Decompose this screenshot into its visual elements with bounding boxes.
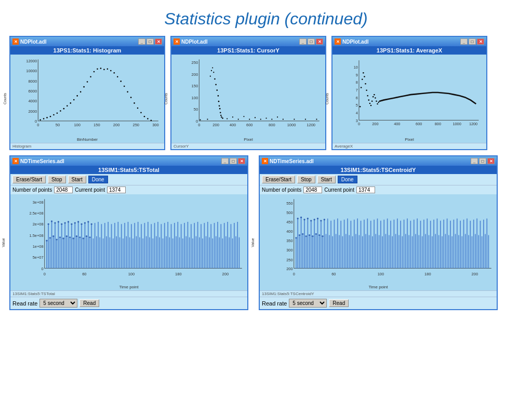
svg-point-25 (70, 102, 71, 104)
win-appname-4: NDTimeSeries.adl (20, 158, 64, 164)
close-btn-2[interactable]: ✕ (316, 38, 323, 45)
stop-btn-5[interactable]: Stop (297, 176, 315, 183)
svg-point-423 (295, 237, 297, 238)
svg-point-34 (100, 68, 102, 69)
svg-text:8000: 8000 (28, 79, 37, 84)
svg-point-92 (243, 116, 244, 117)
tscentroidy-svg: 200 250 300 350 400 450 500 550 0 60 100… (278, 196, 495, 282)
svg-point-116 (363, 72, 364, 74)
svg-point-32 (94, 71, 95, 73)
svg-point-113 (360, 106, 361, 108)
svg-text:400: 400 (230, 123, 236, 127)
footer-4: 13SIM1:Stats5:TSTotal (10, 290, 247, 297)
svg-point-263 (46, 240, 47, 242)
info-row-4: Number of points 2048 Current point 1374 (10, 185, 247, 194)
svg-text:250: 250 (286, 258, 292, 262)
toolbar-4: Erase/Start Stop Start Done (10, 174, 247, 185)
svg-text:200: 200 (212, 123, 219, 127)
minimize-btn-1[interactable]: _ (138, 38, 145, 45)
svg-point-431 (309, 234, 310, 236)
svg-point-45 (137, 108, 139, 109)
maximize-btn-5[interactable]: □ (479, 158, 486, 164)
svg-text:3e+08: 3e+08 (33, 200, 44, 205)
maximize-btn-2[interactable]: □ (308, 38, 315, 45)
toolbar-5: Erase/Start Stop Start Done (260, 174, 497, 185)
done-btn-5[interactable]: Done (338, 176, 357, 183)
start-btn-5[interactable]: Start (317, 176, 336, 183)
ndts-centroidy-window: ✕ NDTimeSeries.adl _ □ ✕ 13SIM1:Stats5:T… (259, 155, 498, 310)
svg-point-428 (303, 219, 305, 220)
read-btn-5[interactable]: Read (329, 299, 349, 307)
minimize-btn-2[interactable]: _ (299, 38, 307, 45)
svg-point-269 (56, 238, 58, 240)
xlabel-5: Time point (260, 285, 497, 289)
read-rate-dropdown-5[interactable]: 5 second 1 second 10 second (289, 299, 327, 308)
ylabel-4: Value (2, 238, 5, 247)
svg-point-264 (48, 223, 49, 225)
read-rate-label-5: Read rate (262, 300, 287, 307)
svg-point-266 (51, 220, 52, 222)
svg-point-281 (76, 235, 77, 237)
svg-text:8: 8 (356, 80, 358, 85)
close-btn-3[interactable]: ✕ (477, 38, 484, 45)
svg-point-20 (53, 114, 55, 116)
maximize-btn-4[interactable]: □ (230, 158, 237, 164)
read-rate-dropdown-4[interactable]: 5 second 1 second 10 second (39, 299, 77, 308)
svg-text:800: 800 (435, 122, 441, 126)
erase-start-btn-5[interactable]: Erase/Start (262, 176, 295, 183)
num-points-value-4: 2048 (54, 187, 73, 193)
xlabel-2: Pixel (171, 137, 325, 142)
svg-point-31 (90, 76, 91, 77)
bottom-bar-5: Read rate 5 second 1 second 10 second Re… (260, 297, 497, 309)
svg-point-27 (76, 95, 78, 97)
minimize-btn-5[interactable]: _ (471, 158, 478, 164)
maximize-btn-1[interactable]: □ (147, 38, 154, 45)
svg-point-429 (305, 235, 307, 237)
ylabel-1: Counts (3, 93, 7, 104)
svg-text:6000: 6000 (28, 89, 37, 94)
ndplot-histogram-window: ✕ NDPlot.adl _ □ ✕ 13PS1:Stats1: Histogr… (9, 36, 165, 150)
svg-point-115 (362, 79, 363, 81)
svg-point-271 (59, 236, 61, 238)
svg-point-42 (127, 91, 128, 93)
close-btn-4[interactable]: ✕ (238, 158, 245, 164)
maximize-btn-3[interactable]: □ (469, 38, 476, 45)
read-btn-4[interactable]: Read (79, 299, 99, 307)
subtitle-5: 13SIM1:Stats5:TSCentroidY (260, 166, 497, 174)
win-icon-4: ✕ (12, 158, 19, 164)
minimize-btn-4[interactable]: _ (221, 158, 229, 164)
svg-point-124 (371, 100, 373, 102)
svg-point-74 (220, 112, 221, 113)
win-appname-3: NDPlot.adl (342, 39, 369, 45)
svg-point-439 (322, 235, 323, 237)
stop-btn-4[interactable]: Stop (48, 176, 66, 183)
num-points-value-5: 2048 (303, 187, 322, 193)
subtitle-3: 13PS1:Stats1: AverageX (332, 46, 486, 55)
svg-point-440 (324, 219, 325, 220)
svg-point-69 (216, 89, 218, 91)
svg-text:200: 200 (472, 272, 478, 276)
svg-point-70 (218, 95, 219, 97)
svg-point-22 (60, 110, 61, 112)
svg-point-128 (376, 100, 377, 102)
win-icon-2: ✕ (174, 38, 180, 45)
svg-point-88 (294, 119, 295, 120)
start-btn-4[interactable]: Start (68, 176, 86, 183)
averagex-svg: 3 4 5 6 7 8 9 10 0 200 400 600 800 1000 … (348, 57, 484, 129)
svg-point-16 (39, 119, 41, 121)
svg-point-118 (365, 83, 366, 85)
info-row-5: Number of points 2048 Current point 1374 (260, 185, 497, 194)
minimize-btn-3[interactable]: _ (460, 38, 468, 45)
close-btn-1[interactable]: ✕ (155, 38, 162, 45)
svg-point-130 (378, 102, 379, 103)
erase-start-btn-4[interactable]: Erase/Start (12, 176, 46, 183)
titlebar-5: ✕ NDTimeSeries.adl _ □ ✕ (260, 156, 497, 166)
done-btn-4[interactable]: Done (88, 176, 108, 183)
tstotal-svg: 0 5e+07 1e+08 1.5e+08 2e+08 2.5e+08 3e+0… (29, 196, 245, 282)
svg-text:100: 100 (128, 272, 135, 276)
close-btn-5[interactable]: ✕ (487, 158, 495, 164)
svg-point-114 (361, 87, 362, 88)
xlabel-4: Time point (10, 285, 247, 289)
svg-point-268 (54, 222, 56, 224)
svg-point-86 (271, 119, 272, 120)
